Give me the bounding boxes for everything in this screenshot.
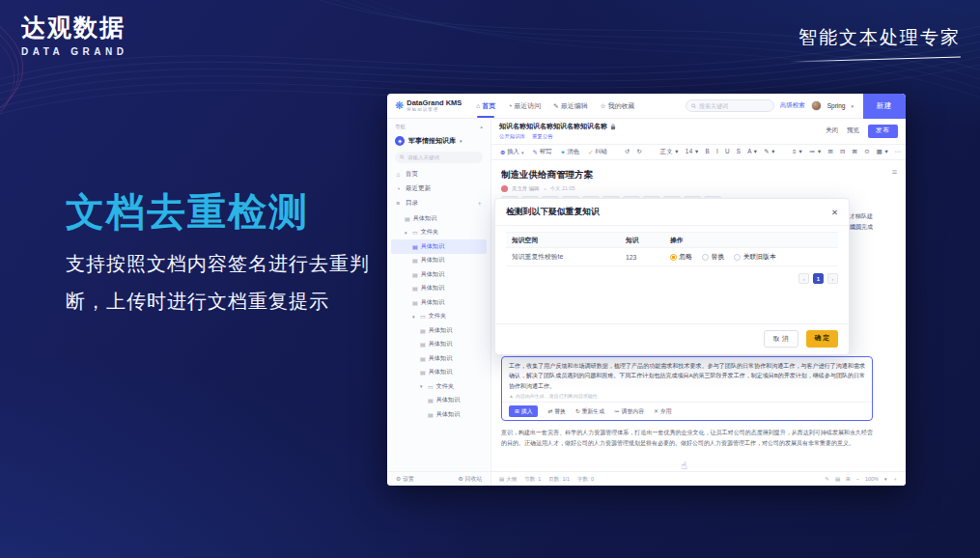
page-number-active[interactable]: 1 <box>813 273 824 284</box>
add-icon[interactable]: ＋ <box>476 199 483 209</box>
radio-link-old-version[interactable]: 关联旧版本 <box>734 252 775 262</box>
knowledge-base-selector[interactable]: ◈ 军事情报知识库 ▾ <box>387 133 490 149</box>
layout-icon[interactable]: ▤ <box>835 476 840 482</box>
toolbar-block-group[interactable]: ≡ ▾ ≔ ▾ ⊞ ⊟ ⊠ ⊙ ▦ ▾ ⋯ <box>793 148 902 156</box>
tree-folder[interactable]: ▾ ▭ 文件夹 <box>391 379 487 394</box>
zoom-in-button[interactable]: ＋ <box>893 476 899 483</box>
sidebar-item-recent-updates[interactable]: ◔ 最近更新 <box>387 181 490 196</box>
ai-adjust-label: 调整内容 <box>622 407 644 416</box>
user-avatar[interactable] <box>811 100 822 111</box>
app-top-nav: ⌂ 首页 ◔ 最近访问 ✎ 最近编辑 ☆ 我的收藏 <box>476 101 634 111</box>
expand-icon[interactable]: ▾ <box>420 383 425 389</box>
ai-regenerate-button[interactable]: ↻ 重新生成 <box>575 407 604 416</box>
editor-header: 知识名称知识名称知识名称知识名称 公开知识库 重复公告 关闭 <box>491 119 906 145</box>
sidebar-item-home[interactable]: ⌂ 首页 <box>387 167 490 181</box>
global-search[interactable] <box>686 99 774 112</box>
prev-page-button[interactable]: ‹ <box>798 273 809 284</box>
tree-item[interactable]: ▤ 具体知识 <box>391 407 487 422</box>
folder-icon: ▭ <box>420 313 426 320</box>
new-button[interactable]: 新建 <box>863 94 906 119</box>
tree-item[interactable]: ▤ 具体知识 <box>391 351 487 366</box>
radio-selected-icon[interactable] <box>670 254 677 261</box>
toolbar-ai-fix[interactable]: ✓ 纠错 <box>588 148 607 156</box>
nav-tab-favorites[interactable]: ☆ 我的收藏 <box>601 101 635 111</box>
doc-link-duplicate-notice[interactable]: 重复公告 <box>532 133 553 140</box>
refresh-icon: ↻ <box>575 408 580 414</box>
radio-ignore[interactable]: 忽略 <box>670 252 692 262</box>
sidebar-item-directory[interactable]: ≡ 目录 ＋ <box>387 196 490 210</box>
publish-button[interactable]: 发布 <box>868 125 898 138</box>
tree-item[interactable]: ▤ 具体知识 <box>391 394 487 408</box>
toolbar-ai-polish[interactable]: ✦ 润色 <box>560 148 579 156</box>
duplicate-detection-modal: 检测到以下疑似重复知识 ✕ 知识空间 知识 操作 知识重复性校验te 123 忽… <box>494 198 850 355</box>
cell-actions: 忽略 替换 关联旧版本 <box>670 252 832 262</box>
app-logo-icon: ❋ <box>395 100 404 111</box>
tree-item[interactable]: ▤ 具体知识 <box>391 254 487 268</box>
sidebar-search[interactable] <box>395 152 483 163</box>
swap-icon: ⇄ <box>547 408 552 414</box>
next-page-button[interactable]: › <box>827 273 838 284</box>
divider <box>502 402 872 403</box>
toolbar-insert[interactable]: ⊕ 插入 ▾ <box>500 148 523 156</box>
preview-button[interactable]: 预览 <box>847 126 859 135</box>
brand-logo: 达观数据 DATA GRAND <box>21 12 127 57</box>
expand-icon[interactable]: ▾ <box>412 314 417 320</box>
tree-item-selected[interactable]: ▤ 具体知识 <box>391 239 487 254</box>
settings-button[interactable]: ⚙ 设置 <box>396 475 414 484</box>
chevron-down-icon[interactable]: ▾ <box>884 476 887 482</box>
app-brand-subtitle: 智能知识管理 <box>406 107 462 112</box>
app-brand[interactable]: ❋ DataGrand KMS 智能知识管理 <box>395 99 462 112</box>
tree-item[interactable]: ▤ 具体知识 <box>391 295 487 310</box>
ai-regenerate-label: 重新生成 <box>582 407 604 416</box>
toolbar-format-group[interactable]: 正文 ▾ 14 ▾ B I U S A ▾ ✎ ▾ <box>659 148 775 156</box>
sidebar-search-input[interactable] <box>407 154 478 160</box>
zoom-level[interactable]: 100% <box>865 476 879 482</box>
advanced-search-link[interactable]: 高级检索 <box>780 101 805 110</box>
discard-icon: ✕ <box>654 408 658 414</box>
tree-item[interactable]: ▤ 具体知识 <box>391 267 487 282</box>
collapse-icon[interactable]: ▴ <box>480 124 483 130</box>
search-icon <box>400 154 405 160</box>
page-view-icon[interactable]: ⊞ <box>846 476 851 482</box>
confirm-button[interactable]: 确 定 <box>806 330 838 348</box>
outline-icon: ▤ <box>499 476 504 482</box>
close-doc-button[interactable]: 关闭 <box>826 126 838 135</box>
nav-tab-recent-edits[interactable]: ✎ 最近编辑 <box>553 101 587 111</box>
cell-space: 知识重复性校验te <box>512 252 626 262</box>
zoom-out-button[interactable]: − <box>856 476 859 482</box>
radio-replace[interactable]: 替换 <box>702 252 724 262</box>
chevron-down-icon[interactable]: ▾ <box>851 103 854 109</box>
ai-adjust-button[interactable]: ≔ 调整内容 <box>614 407 644 416</box>
cancel-button[interactable]: 取 消 <box>764 330 798 348</box>
ai-insert-button[interactable]: ⊞ 插入 <box>509 405 538 417</box>
nav-tab-recent-visits[interactable]: ◔ 最近访问 <box>508 101 541 111</box>
radio-icon[interactable] <box>702 254 709 261</box>
tree-item[interactable]: ▤ 具体知识 <box>391 282 487 296</box>
nav-tab-home[interactable]: ⌂ 首页 <box>476 101 495 111</box>
modal-body: 知识空间 知识 操作 知识重复性校验te 123 忽略 替换 <box>495 226 849 323</box>
outline-toggle-icon[interactable]: ≡ <box>892 167 897 177</box>
tree-folder[interactable]: ▾ ▭ 文件夹 <box>391 226 487 240</box>
recycle-bin-button[interactable]: ♻ 回收站 <box>458 475 482 484</box>
radio-icon[interactable] <box>734 254 741 261</box>
doc-link-public-kb[interactable]: 公开知识库 <box>499 133 525 140</box>
tree-folder[interactable]: ▾ ▭ 文件夹 <box>391 310 487 324</box>
tree-item-label: 具体知识 <box>429 326 453 335</box>
ai-replace-button[interactable]: ⇄ 替换 <box>547 407 565 416</box>
toolbar-undo-redo[interactable]: ↺ ↻ <box>625 148 642 156</box>
lock-icon <box>610 124 616 130</box>
toolbar-ai-write[interactable]: ✎ 帮写 <box>532 148 551 156</box>
global-search-input[interactable] <box>699 103 769 109</box>
tree-item[interactable]: ▤ 具体知识 <box>391 366 487 380</box>
close-icon[interactable]: ✕ <box>831 208 838 217</box>
tree-item[interactable]: ▤ 具体知识 <box>391 211 487 226</box>
edit-mode-icon[interactable]: ✎ <box>825 476 829 482</box>
tree-item[interactable]: ▤ 具体知识 <box>391 323 487 338</box>
outline-button[interactable]: ▤ 大纲 <box>499 476 517 483</box>
expand-icon[interactable]: ▾ <box>405 230 409 236</box>
tree-item[interactable]: ▤ 具体知识 <box>391 338 487 352</box>
ai-disclaimer-text: 内容由AI生成，请自行判断内容准确性 <box>516 393 598 399</box>
clock-icon: ◔ <box>543 186 546 192</box>
ai-discard-button[interactable]: ✕ 弃用 <box>654 407 671 416</box>
doc-meta: 知识名称知识名称知识名称知识名称 公开知识库 重复公告 <box>499 122 616 140</box>
